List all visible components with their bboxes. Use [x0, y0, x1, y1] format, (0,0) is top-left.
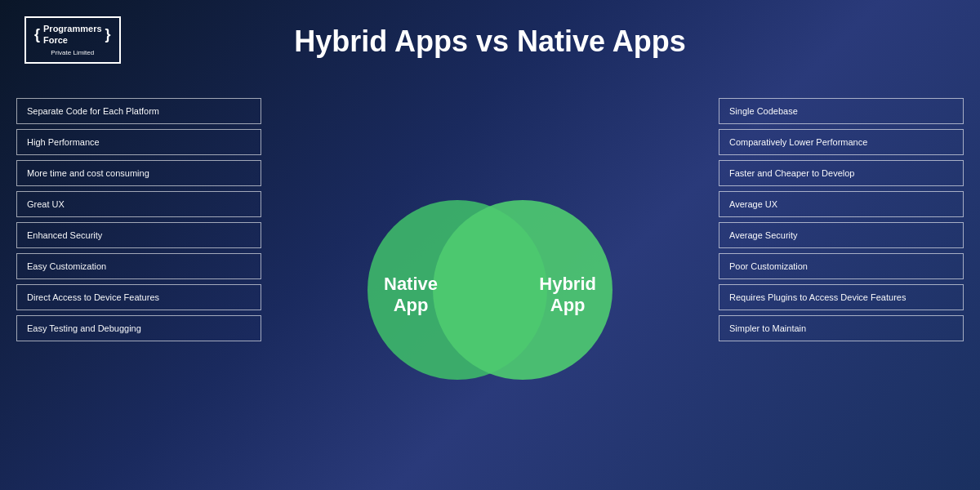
hybrid-features-column: Single CodebaseComparatively Lower Perfo… — [719, 90, 964, 490]
native-feature-item: More time and cost consuming — [16, 160, 261, 186]
native-feature-item: Easy Customization — [16, 253, 261, 279]
native-feature-item: Easy Testing and Debugging — [16, 315, 261, 341]
logo-subtitle: Private Limited — [34, 48, 111, 57]
logo-brace-close: } — [105, 24, 111, 45]
hybrid-feature-item: Simpler to Maintain — [719, 315, 964, 341]
native-feature-item: Enhanced Security — [16, 222, 261, 248]
native-feature-item: Direct Access to Device Features — [16, 284, 261, 310]
logo-line2: Force — [43, 35, 68, 45]
page-title: Hybrid Apps vs Native Apps — [0, 0, 980, 59]
hybrid-label: Hybrid App — [539, 274, 596, 316]
hybrid-feature-item: Poor Customization — [719, 253, 964, 279]
native-feature-item: High Performance — [16, 129, 261, 155]
native-feature-item: Great UX — [16, 191, 261, 217]
native-features-column: Separate Code for Each PlatformHigh Perf… — [16, 90, 261, 490]
hybrid-feature-item: Comparatively Lower Performance — [719, 129, 964, 155]
hybrid-feature-item: Average Security — [719, 222, 964, 248]
hybrid-feature-item: Faster and Cheaper to Develop — [719, 160, 964, 186]
logo: { Programmers Force } Private Limited — [24, 16, 121, 64]
hybrid-feature-item: Requires Plugins to Access Device Featur… — [719, 284, 964, 310]
logo-line1: Programmers — [43, 24, 102, 33]
logo-brace-open: { — [34, 24, 40, 45]
hybrid-feature-item: Single Codebase — [719, 98, 964, 124]
venn-container: Native App Hybrid App — [359, 159, 621, 421]
native-label: Native App — [384, 274, 438, 316]
venn-diagram-area: Native App Hybrid App — [261, 90, 719, 490]
content-area: Separate Code for Each PlatformHigh Perf… — [0, 90, 980, 490]
hybrid-feature-item: Average UX — [719, 191, 964, 217]
native-feature-item: Separate Code for Each Platform — [16, 98, 261, 124]
